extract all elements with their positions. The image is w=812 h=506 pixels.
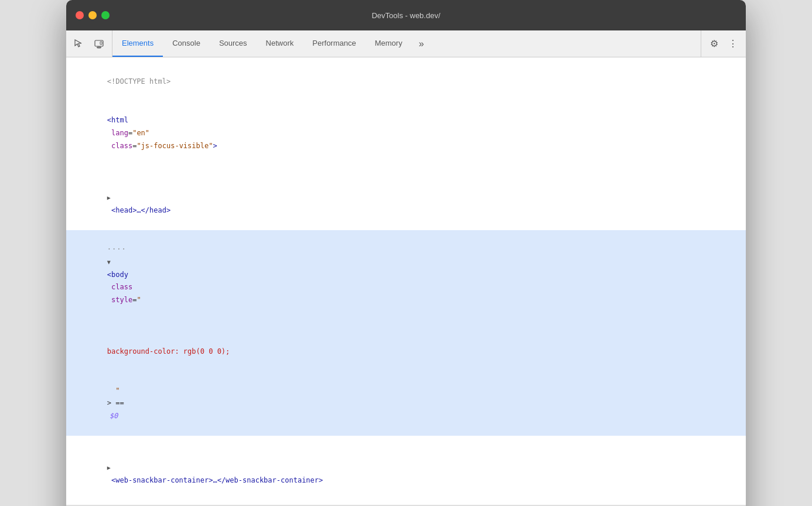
dom-line-body-end: " > == $0 [66,371,746,436]
devtools-window: DevTools - web.dev/ Elements [66,0,746,506]
main-tabs: Elements Console Sources Network Perform… [112,30,701,57]
close-button[interactable] [76,11,84,19]
tab-console[interactable]: Console [163,30,210,57]
tab-memory[interactable]: Memory [366,30,412,57]
dom-line-head[interactable]: ▶ <head>…</head> [66,166,746,230]
dom-line-body[interactable]: ···· ▼ <body class style=" [66,230,746,320]
toolbar-right-actions: ⚙ ⋮ [701,30,746,57]
main-content: <!DOCTYPE html> <html lang="en" class="j… [66,57,746,506]
title-bar: DevTools - web.dev/ [66,0,746,30]
dom-line-html: <html lang="en" class="js-focus-visible"… [66,101,746,166]
devtools-toolbar: Elements Console Sources Network Perform… [66,30,746,57]
tab-sources[interactable]: Sources [210,30,257,57]
window-title: DevTools - web.dev/ [371,11,440,20]
more-tabs-button[interactable]: » [412,30,431,57]
toolbar-icon-group [66,30,112,57]
svg-rect-3 [100,42,102,45]
device-toggle-icon[interactable] [91,36,107,52]
settings-icon[interactable]: ⚙ [706,36,722,52]
maximize-button[interactable] [101,11,110,19]
traffic-lights [76,11,110,19]
tab-network[interactable]: Network [257,30,303,57]
dom-line-body-bg: background-color: rgb(0 0 0); [66,320,746,371]
dom-line-snackbar[interactable]: ▶ <web-snackbar-container>…</web-snackba… [66,436,746,500]
minimize-button[interactable] [88,11,97,19]
inspect-icon[interactable] [71,36,87,52]
dom-panel: <!DOCTYPE html> <html lang="en" class="j… [66,57,746,505]
more-options-icon[interactable]: ⋮ [725,36,741,52]
dom-line-doctype: <!DOCTYPE html> [66,62,746,101]
tab-elements[interactable]: Elements [112,30,163,57]
tab-performance[interactable]: Performance [303,30,365,57]
